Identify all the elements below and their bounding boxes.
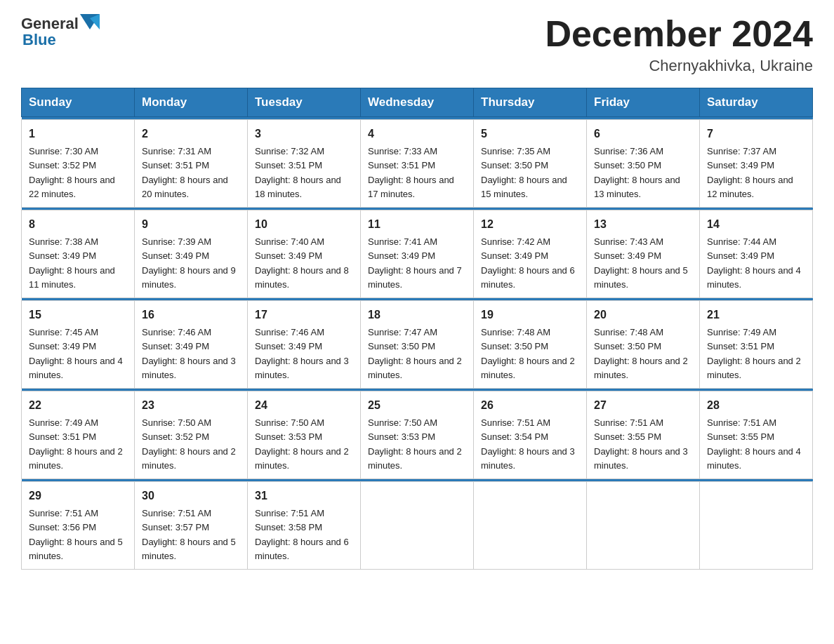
table-row: 30 Sunrise: 7:51 AMSunset: 3:57 PMDaylig… — [135, 482, 248, 570]
table-row: 26 Sunrise: 7:51 AMSunset: 3:54 PMDaylig… — [474, 391, 587, 479]
day-number: 14 — [707, 216, 805, 233]
table-row — [587, 482, 700, 570]
table-row: 10 Sunrise: 7:40 AMSunset: 3:49 PMDaylig… — [248, 210, 361, 298]
location-title: Chernyakhivka, Ukraine — [545, 57, 813, 75]
day-info: Sunrise: 7:49 AMSunset: 3:51 PMDaylight:… — [707, 327, 801, 380]
day-info: Sunrise: 7:30 AMSunset: 3:52 PMDaylight:… — [29, 146, 115, 199]
day-info: Sunrise: 7:43 AMSunset: 3:49 PMDaylight:… — [594, 236, 688, 290]
day-info: Sunrise: 7:44 AMSunset: 3:49 PMDaylight:… — [707, 236, 801, 290]
table-row: 3 Sunrise: 7:32 AMSunset: 3:51 PMDayligh… — [248, 120, 361, 208]
day-number: 10 — [255, 216, 353, 233]
table-row: 13 Sunrise: 7:43 AMSunset: 3:49 PMDaylig… — [587, 210, 700, 298]
calendar-week-row: 1 Sunrise: 7:30 AMSunset: 3:52 PMDayligh… — [22, 120, 813, 208]
day-info: Sunrise: 7:51 AMSunset: 3:57 PMDaylight:… — [142, 508, 236, 561]
calendar-week-row: 15 Sunrise: 7:45 AMSunset: 3:49 PMDaylig… — [22, 301, 813, 389]
col-monday: Monday — [135, 88, 248, 117]
table-row: 18 Sunrise: 7:47 AMSunset: 3:50 PMDaylig… — [361, 301, 474, 389]
day-info: Sunrise: 7:51 AMSunset: 3:54 PMDaylight:… — [481, 417, 575, 471]
month-title: December 2024 — [545, 14, 813, 54]
day-number: 31 — [255, 488, 353, 504]
day-info: Sunrise: 7:33 AMSunset: 3:51 PMDaylight:… — [368, 146, 454, 199]
day-info: Sunrise: 7:50 AMSunset: 3:52 PMDaylight:… — [142, 417, 236, 471]
day-number: 25 — [368, 397, 466, 414]
table-row: 17 Sunrise: 7:46 AMSunset: 3:49 PMDaylig… — [248, 301, 361, 389]
col-thursday: Thursday — [474, 88, 587, 117]
table-row: 29 Sunrise: 7:51 AMSunset: 3:56 PMDaylig… — [22, 482, 135, 570]
calendar-table: Sunday Monday Tuesday Wednesday Thursday… — [21, 88, 813, 570]
day-info: Sunrise: 7:46 AMSunset: 3:49 PMDaylight:… — [255, 327, 349, 380]
day-number: 6 — [594, 126, 692, 142]
day-number: 15 — [29, 307, 127, 323]
day-info: Sunrise: 7:47 AMSunset: 3:50 PMDaylight:… — [368, 327, 462, 380]
day-info: Sunrise: 7:49 AMSunset: 3:51 PMDaylight:… — [29, 417, 123, 471]
page-header: General Blue December 2024 Chernyakhivka… — [21, 14, 813, 75]
calendar-week-row: 22 Sunrise: 7:49 AMSunset: 3:51 PMDaylig… — [22, 391, 813, 479]
day-number: 12 — [481, 216, 579, 233]
day-info: Sunrise: 7:36 AMSunset: 3:50 PMDaylight:… — [594, 146, 680, 199]
day-number: 27 — [594, 397, 692, 414]
col-tuesday: Tuesday — [248, 88, 361, 117]
day-info: Sunrise: 7:38 AMSunset: 3:49 PMDaylight:… — [29, 236, 115, 290]
day-info: Sunrise: 7:42 AMSunset: 3:49 PMDaylight:… — [481, 236, 575, 290]
table-row — [474, 482, 587, 570]
logo-icon — [80, 14, 100, 34]
table-row: 19 Sunrise: 7:48 AMSunset: 3:50 PMDaylig… — [474, 301, 587, 389]
day-number: 1 — [29, 126, 127, 142]
day-number: 7 — [707, 126, 805, 142]
table-row: 11 Sunrise: 7:41 AMSunset: 3:49 PMDaylig… — [361, 210, 474, 298]
table-row: 31 Sunrise: 7:51 AMSunset: 3:58 PMDaylig… — [248, 482, 361, 570]
calendar-week-row: 8 Sunrise: 7:38 AMSunset: 3:49 PMDayligh… — [22, 210, 813, 298]
day-number: 18 — [368, 307, 466, 323]
table-row: 15 Sunrise: 7:45 AMSunset: 3:49 PMDaylig… — [22, 301, 135, 389]
day-info: Sunrise: 7:39 AMSunset: 3:49 PMDaylight:… — [142, 236, 236, 290]
day-info: Sunrise: 7:51 AMSunset: 3:56 PMDaylight:… — [29, 508, 123, 561]
day-info: Sunrise: 7:37 AMSunset: 3:49 PMDaylight:… — [707, 146, 793, 199]
day-number: 16 — [142, 307, 240, 323]
table-row: 7 Sunrise: 7:37 AMSunset: 3:49 PMDayligh… — [700, 120, 813, 208]
table-row: 8 Sunrise: 7:38 AMSunset: 3:49 PMDayligh… — [22, 210, 135, 298]
calendar-week-row: 29 Sunrise: 7:51 AMSunset: 3:56 PMDaylig… — [22, 482, 813, 570]
table-row: 16 Sunrise: 7:46 AMSunset: 3:49 PMDaylig… — [135, 301, 248, 389]
table-row: 12 Sunrise: 7:42 AMSunset: 3:49 PMDaylig… — [474, 210, 587, 298]
table-row: 6 Sunrise: 7:36 AMSunset: 3:50 PMDayligh… — [587, 120, 700, 208]
table-row: 4 Sunrise: 7:33 AMSunset: 3:51 PMDayligh… — [361, 120, 474, 208]
table-row: 25 Sunrise: 7:50 AMSunset: 3:53 PMDaylig… — [361, 391, 474, 479]
day-info: Sunrise: 7:50 AMSunset: 3:53 PMDaylight:… — [368, 417, 462, 471]
table-row: 22 Sunrise: 7:49 AMSunset: 3:51 PMDaylig… — [22, 391, 135, 479]
table-row: 27 Sunrise: 7:51 AMSunset: 3:55 PMDaylig… — [587, 391, 700, 479]
title-area: December 2024 Chernyakhivka, Ukraine — [545, 14, 813, 75]
table-row — [700, 482, 813, 570]
day-number: 4 — [368, 126, 466, 142]
day-info: Sunrise: 7:45 AMSunset: 3:49 PMDaylight:… — [29, 327, 123, 380]
day-number: 5 — [481, 126, 579, 142]
day-number: 3 — [255, 126, 353, 142]
day-info: Sunrise: 7:51 AMSunset: 3:55 PMDaylight:… — [594, 417, 688, 471]
table-row: 5 Sunrise: 7:35 AMSunset: 3:50 PMDayligh… — [474, 120, 587, 208]
day-info: Sunrise: 7:31 AMSunset: 3:51 PMDaylight:… — [142, 146, 228, 199]
table-row: 28 Sunrise: 7:51 AMSunset: 3:55 PMDaylig… — [700, 391, 813, 479]
day-number: 8 — [29, 216, 127, 233]
day-number: 22 — [29, 397, 127, 414]
table-row: 23 Sunrise: 7:50 AMSunset: 3:52 PMDaylig… — [135, 391, 248, 479]
day-info: Sunrise: 7:40 AMSunset: 3:49 PMDaylight:… — [255, 236, 349, 290]
day-info: Sunrise: 7:51 AMSunset: 3:55 PMDaylight:… — [707, 417, 801, 471]
table-row: 24 Sunrise: 7:50 AMSunset: 3:53 PMDaylig… — [248, 391, 361, 479]
day-info: Sunrise: 7:50 AMSunset: 3:53 PMDaylight:… — [255, 417, 349, 471]
day-number: 30 — [142, 488, 240, 504]
day-info: Sunrise: 7:48 AMSunset: 3:50 PMDaylight:… — [481, 327, 575, 380]
day-number: 17 — [255, 307, 353, 323]
day-number: 24 — [255, 397, 353, 414]
day-number: 26 — [481, 397, 579, 414]
table-row: 1 Sunrise: 7:30 AMSunset: 3:52 PMDayligh… — [22, 120, 135, 208]
day-info: Sunrise: 7:48 AMSunset: 3:50 PMDaylight:… — [594, 327, 688, 380]
table-row: 9 Sunrise: 7:39 AMSunset: 3:49 PMDayligh… — [135, 210, 248, 298]
table-row: 14 Sunrise: 7:44 AMSunset: 3:49 PMDaylig… — [700, 210, 813, 298]
day-number: 29 — [29, 488, 127, 504]
col-sunday: Sunday — [22, 88, 135, 117]
day-number: 23 — [142, 397, 240, 414]
table-row: 20 Sunrise: 7:48 AMSunset: 3:50 PMDaylig… — [587, 301, 700, 389]
day-info: Sunrise: 7:46 AMSunset: 3:49 PMDaylight:… — [142, 327, 236, 380]
day-number: 20 — [594, 307, 692, 323]
table-row: 2 Sunrise: 7:31 AMSunset: 3:51 PMDayligh… — [135, 120, 248, 208]
logo-blue-text: Blue — [22, 31, 56, 49]
